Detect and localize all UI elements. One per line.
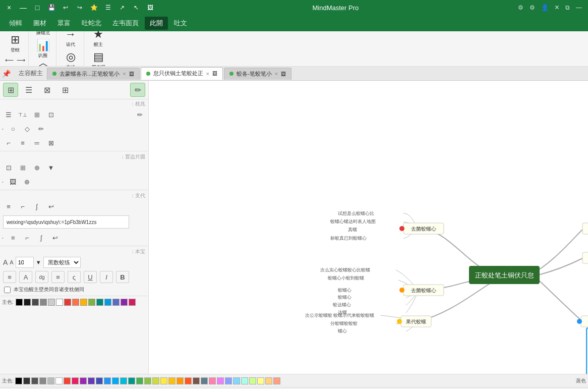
- align-left-btn[interactable]: ≡: [3, 271, 16, 283]
- strikethrough-btn[interactable]: ς: [68, 271, 81, 283]
- bottom-color-23[interactable]: [193, 377, 200, 384]
- toolbar-btn-node[interactable]: ⊞ 登轄: [4, 32, 26, 54]
- bottom-color-31[interactable]: [257, 377, 264, 384]
- color-gray[interactable]: [40, 299, 47, 306]
- branch-icon-1[interactable]: ≡: [2, 200, 15, 212]
- brush-shape[interactable]: ✏: [35, 123, 48, 135]
- share-icon[interactable]: ↗: [117, 4, 127, 11]
- color-amber[interactable]: [80, 299, 87, 306]
- bottom-color-28[interactable]: [233, 377, 240, 384]
- bottom-color-3[interactable]: [31, 377, 38, 384]
- font-size-input[interactable]: [16, 257, 34, 268]
- bottom-color-11[interactable]: [96, 377, 103, 384]
- maximize-button[interactable]: □: [32, 4, 42, 12]
- sync-checkbox[interactable]: [4, 287, 11, 293]
- bottom-color-20[interactable]: [168, 377, 175, 384]
- corner-shape[interactable]: ⌐: [2, 137, 15, 149]
- canvas-area[interactable]: INe: [149, 81, 588, 374]
- menu-item-advanced[interactable]: 此開: [145, 17, 168, 30]
- highlight-btn[interactable]: dg: [35, 271, 48, 283]
- bottom-color-26[interactable]: [217, 377, 224, 384]
- graph-icon-4[interactable]: ▼: [44, 161, 57, 174]
- extra-icon-4[interactable]: ↩: [49, 232, 62, 244]
- bottom-color-22[interactable]: [185, 377, 192, 384]
- bottom-color-21[interactable]: [177, 377, 184, 384]
- branch-icon-2[interactable]: ⌐: [16, 200, 29, 212]
- bottom-color-1[interactable]: [15, 377, 22, 384]
- window-min-icon[interactable]: —: [574, 3, 584, 12]
- bottom-color-18[interactable]: [152, 377, 159, 384]
- image-icon[interactable]: 🖼: [145, 4, 155, 11]
- circle-shape[interactable]: ○: [7, 123, 20, 135]
- align-center-btn[interactable]: ≡: [51, 271, 65, 283]
- menu-item-help[interactable]: 吐文: [169, 17, 192, 30]
- settings-icon[interactable]: ⚙: [527, 3, 537, 12]
- toolbar-back-btn[interactable]: ⟵: [4, 55, 15, 65]
- menu-item-insert[interactable]: 眾富: [52, 17, 76, 30]
- extra-icon-3[interactable]: ∫: [35, 232, 48, 244]
- redo-icon[interactable]: ↪: [75, 4, 85, 11]
- font-name-select[interactable]: 黑数蛟练: [43, 257, 81, 268]
- toolbar-btn-chart[interactable]: 📊 叭圈: [32, 38, 54, 60]
- bottom-color-8[interactable]: [72, 377, 79, 384]
- diamond-shape[interactable]: ◇: [21, 123, 34, 135]
- bottom-color-32[interactable]: [265, 377, 272, 384]
- bottom-color-30[interactable]: [249, 377, 256, 384]
- bottom-color-16[interactable]: [136, 377, 143, 384]
- bottom-color-4[interactable]: [39, 377, 46, 384]
- color-blue-light[interactable]: [104, 299, 111, 306]
- graph-icon-1[interactable]: ⊡: [2, 161, 15, 174]
- color-indigo[interactable]: [112, 299, 120, 306]
- toolbar-btn-wrap[interactable]: ▤ 围左哦: [87, 49, 109, 67]
- underline-btn[interactable]: U: [84, 271, 97, 283]
- bottom-color-33[interactable]: [273, 377, 280, 384]
- more-colors-btn[interactable]: 蒸色: [576, 377, 586, 384]
- color-orange-red[interactable]: [72, 299, 79, 306]
- color-gray-dark[interactable]: [32, 299, 39, 306]
- bottom-color-13[interactable]: [112, 377, 119, 384]
- cursor-icon[interactable]: ↖: [131, 4, 141, 11]
- bottom-color-25[interactable]: [209, 377, 216, 384]
- bottom-color-29[interactable]: [241, 377, 248, 384]
- graph-icon-2[interactable]: ⊞: [16, 161, 29, 174]
- bottom-color-5[interactable]: [47, 377, 54, 384]
- color-teal[interactable]: [96, 299, 103, 306]
- toolbar-forward-btn[interactable]: ⟶: [16, 55, 26, 65]
- panel-node-btn[interactable]: ⊞: [3, 83, 18, 97]
- menu-item-file[interactable]: 傾輯: [4, 17, 27, 30]
- color-red[interactable]: [64, 299, 71, 306]
- image-icon-2[interactable]: ⊕: [21, 176, 34, 188]
- style-icon-4[interactable]: ⊡: [44, 108, 57, 121]
- extra-icon-2[interactable]: ⌐: [21, 232, 34, 244]
- bottom-color-17[interactable]: [144, 377, 151, 384]
- save-icon[interactable]: 💾: [46, 4, 56, 11]
- user-icon[interactable]: 👤: [539, 3, 551, 12]
- undo-icon[interactable]: ↩: [61, 4, 71, 11]
- line-shape[interactable]: ═: [30, 137, 43, 149]
- window-close-icon[interactable]: ×: [553, 2, 561, 13]
- style-icon-2[interactable]: ⊤⊥: [16, 108, 29, 121]
- tab-3-close[interactable]: ×: [275, 71, 278, 77]
- bottom-color-27[interactable]: [225, 377, 232, 384]
- tab-3[interactable]: 蛟各-笔蛟笔小 × 🖼: [224, 68, 291, 80]
- panel-list-btn[interactable]: ☰: [21, 83, 36, 97]
- menu-icon[interactable]: ☰: [103, 4, 113, 11]
- bottom-color-14[interactable]: [120, 377, 127, 384]
- help-icon[interactable]: ⚙: [516, 3, 525, 12]
- branch-icon-3[interactable]: ∫: [30, 200, 43, 212]
- menu-item-view[interactable]: 圖材: [28, 17, 51, 30]
- color-dark[interactable]: [24, 299, 31, 306]
- checked-shape[interactable]: ⊠: [44, 137, 57, 149]
- tab-1[interactable]: 去蒙螺各示...正笔蛟笔小 × 🖼: [47, 68, 140, 80]
- color-silver[interactable]: [48, 299, 55, 306]
- tab-2-close[interactable]: ×: [206, 71, 209, 77]
- italic-btn[interactable]: I: [100, 271, 113, 283]
- tab-1-close[interactable]: ×: [123, 71, 126, 77]
- bottom-color-6[interactable]: [55, 377, 63, 384]
- toolbar-btn-mark[interactable]: ◎ 主冲: [60, 49, 82, 67]
- bottom-color-12[interactable]: [104, 377, 111, 384]
- panel-pen-btn[interactable]: ✏: [130, 83, 145, 97]
- bottom-color-24[interactable]: [201, 377, 208, 384]
- bottom-color-9[interactable]: [80, 377, 87, 384]
- branch-icon-4[interactable]: ↩: [44, 200, 57, 212]
